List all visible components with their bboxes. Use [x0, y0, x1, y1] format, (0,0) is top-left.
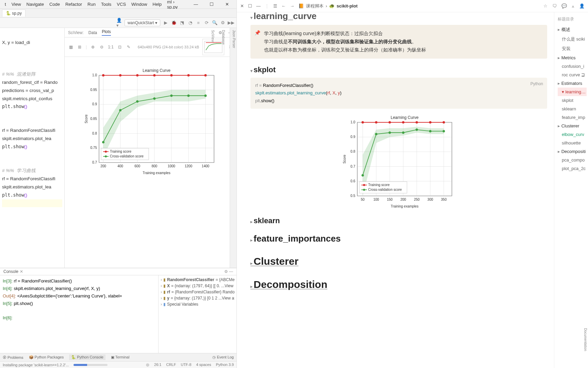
- debug-icon[interactable]: 🐞: [171, 20, 177, 26]
- svg-point-44: [153, 97, 156, 100]
- tab-pyconsole[interactable]: 🐍 Python Console: [69, 354, 105, 360]
- zoom-level[interactable]: 1:1: [108, 45, 114, 49]
- tab-problems[interactable]: ⦿ Problems: [3, 355, 23, 359]
- toc-item[interactable]: elbow_curv: [558, 130, 587, 139]
- toc-item[interactable]: plot_pca_2c: [558, 164, 587, 173]
- status-enc[interactable]: UTF-8: [181, 363, 191, 367]
- share-icon[interactable]: ⟁: [572, 3, 574, 9]
- maximize-icon[interactable]: ☐: [207, 1, 216, 8]
- heading-decomposition[interactable]: Decomposition: [250, 279, 547, 290]
- tab-plots[interactable]: Plots: [102, 29, 111, 36]
- toc-item[interactable]: sklearn: [558, 105, 587, 113]
- profile-icon[interactable]: ◔: [187, 20, 193, 26]
- svg-point-91: [443, 121, 445, 123]
- forward-icon[interactable]: →: [290, 3, 294, 9]
- user-icon[interactable]: 👤▾: [116, 20, 122, 26]
- code-block[interactable]: Python rf = RandomForestClassifier() skp…: [250, 78, 547, 108]
- menu-icon[interactable]: ☰: [273, 3, 277, 9]
- svg-point-88: [402, 121, 405, 123]
- zoom-out-icon[interactable]: ⊖: [99, 44, 104, 50]
- heading-skplot: skplot: [250, 65, 547, 74]
- run-config-select[interactable]: wanQuickStart ▾: [125, 19, 160, 26]
- minimize-icon[interactable]: —: [256, 3, 261, 9]
- tab-data[interactable]: Data: [88, 30, 97, 35]
- close-icon[interactable]: ✕: [240, 3, 244, 9]
- toc-item[interactable]: ▾ learning_cu: [558, 88, 587, 96]
- console-tab[interactable]: Console ✕ ⚙ —: [0, 268, 236, 275]
- toc-item[interactable]: 什么是 sciki: [558, 34, 587, 44]
- notes-toc[interactable]: 标题目录 概述什么是 sciki安装Metricsconfusion_iroc …: [554, 12, 588, 368]
- svg-text:Cross-validation score: Cross-validation score: [368, 188, 402, 191]
- breadcrumb[interactable]: 📙课程脚本› 🐢scikit-plot: [298, 3, 358, 9]
- toc-item[interactable]: roc curve ⊒: [558, 71, 587, 79]
- tab-terminal[interactable]: ▣ Terminal: [111, 355, 129, 359]
- toc-item[interactable]: confusion_i: [558, 62, 587, 71]
- zoom-in-icon[interactable]: ⊕: [90, 44, 96, 50]
- toc-item[interactable]: Estimators: [558, 79, 587, 88]
- svg-text:1.0: 1.0: [350, 120, 355, 124]
- comment-icon[interactable]: 🗨: [552, 3, 557, 9]
- svg-text:0.7: 0.7: [92, 160, 97, 164]
- strip-sciview[interactable]: SciView: [211, 30, 215, 266]
- console-gear-icon[interactable]: ⚙ —: [224, 269, 233, 274]
- variable-explorer[interactable]: ›▮RandomForestClassifier = {ABCMeta} <cl…: [158, 275, 236, 353]
- search-icon[interactable]: 🔍: [212, 20, 217, 26]
- event-log[interactable]: ◷ Event Log: [212, 355, 234, 359]
- svg-point-43: [136, 100, 138, 103]
- strip-json[interactable]: Json Parser: [232, 30, 236, 266]
- back-icon[interactable]: ←: [281, 3, 286, 9]
- toc-item[interactable]: Decompositi: [558, 147, 587, 156]
- status-interp[interactable]: Python 3.9: [216, 363, 234, 367]
- coverage-icon[interactable]: ⬔: [179, 20, 185, 26]
- toc-item[interactable]: skplot: [558, 96, 587, 105]
- heading-clusterer[interactable]: Clusterer: [250, 256, 547, 267]
- menu-item[interactable]: t: [2, 1, 9, 8]
- person-icon[interactable]: 👤: [579, 3, 585, 9]
- doc-strip[interactable]: Documentation: [584, 328, 587, 351]
- svg-point-94: [389, 131, 391, 134]
- grid-icon[interactable]: ⊞: [77, 44, 82, 50]
- menu-item[interactable]: Help: [150, 1, 164, 8]
- toc-item[interactable]: silhouette: [558, 139, 587, 147]
- fit-icon[interactable]: ⊡: [117, 44, 122, 50]
- stop-icon[interactable]: ■: [196, 20, 201, 26]
- menu-item[interactable]: Tools: [98, 1, 114, 8]
- code-editor[interactable]: X, y = load_di # %% 混淆矩阵 random_forest_c…: [0, 28, 65, 268]
- toc-item[interactable]: feature_imp: [558, 113, 587, 122]
- toc-item[interactable]: Metrics: [558, 53, 587, 62]
- toc-item[interactable]: 安装: [558, 44, 587, 53]
- menu-item[interactable]: Window: [129, 1, 150, 8]
- menu-item[interactable]: Run: [85, 1, 98, 8]
- star-icon[interactable]: ☆: [543, 3, 548, 9]
- maximize-icon[interactable]: ☐: [248, 3, 252, 9]
- tab-packages[interactable]: 📦 Python Packages: [29, 355, 64, 359]
- toc-item[interactable]: pca_compo: [558, 156, 587, 164]
- menu-item[interactable]: View: [9, 1, 24, 8]
- menu-item[interactable]: Navigate: [24, 1, 47, 8]
- heading-feature-importances[interactable]: feature_importances: [250, 233, 547, 244]
- run-cell-icon[interactable]: ▶▶: [228, 20, 234, 26]
- heading-sklearn[interactable]: sklearn: [250, 216, 547, 225]
- svg-point-41: [102, 141, 104, 143]
- close-icon[interactable]: ✕: [223, 1, 232, 8]
- toc-item[interactable]: Clusterer: [558, 122, 587, 130]
- status-pos[interactable]: 26:1: [154, 363, 161, 367]
- minimize-icon[interactable]: —: [191, 1, 201, 8]
- menu-item[interactable]: Code: [47, 1, 63, 8]
- gallery-icon[interactable]: ▦: [68, 44, 74, 50]
- chat-icon[interactable]: 💬: [561, 3, 567, 9]
- notes-content[interactable]: learning_curve 📌 学习曲线(learning curve)来判断…: [237, 12, 554, 368]
- menu-item[interactable]: Refactor: [63, 1, 85, 8]
- status-bar: Installing package 'scikit-learn==1.2.2'…: [0, 361, 236, 368]
- status-eol[interactable]: CRLF: [166, 363, 176, 367]
- console-output[interactable]: In[3]: rf = RandomForestClassifier() In[…: [0, 275, 158, 353]
- run-icon[interactable]: ▶: [163, 20, 168, 26]
- git-icon[interactable]: ⟳: [204, 20, 209, 26]
- picker-icon[interactable]: ✎: [126, 44, 131, 50]
- settings-icon[interactable]: ⚙: [220, 20, 226, 26]
- strip-db[interactable]: Database: [222, 30, 225, 266]
- toc-item[interactable]: 概述: [558, 25, 587, 34]
- status-indent[interactable]: 4 spaces: [196, 363, 211, 367]
- file-tab[interactable]: 🐍 sp.py: [2, 10, 26, 17]
- menu-item[interactable]: VCS: [114, 1, 129, 8]
